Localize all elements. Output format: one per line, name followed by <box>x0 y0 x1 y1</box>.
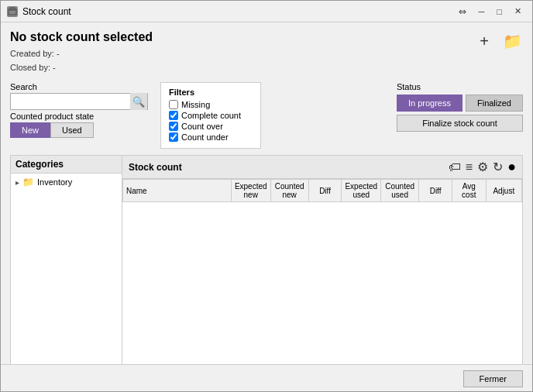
close-button[interactable]: ✕ <box>510 5 526 18</box>
stock-count-table: Name Expected new Counted new Diff Expec… <box>122 179 522 202</box>
col-counted-used: Counted used <box>381 180 419 202</box>
created-by-value: - <box>57 49 60 58</box>
category-label: Inventory <box>37 177 72 187</box>
col-name: Name <box>123 180 232 202</box>
filter-missing: Missing <box>169 100 253 109</box>
stock-count-table-container: Name Expected new Counted new Diff Expec… <box>122 179 522 392</box>
status-buttons: In progress Finalized <box>397 95 523 112</box>
list-icon[interactable]: ≡ <box>466 160 473 174</box>
category-inventory[interactable]: ▸ 📁 Inventory <box>11 174 122 191</box>
state-label: Counted product state <box>10 112 148 121</box>
app-icon <box>7 6 18 17</box>
minimize-button[interactable]: ─ <box>474 5 490 18</box>
filter-over-label: Count over <box>181 122 223 131</box>
col-adjust: Adjust <box>486 180 521 202</box>
title-bar-left: Stock count <box>7 6 71 17</box>
search-and-state: Search 🔍 Counted product state New Used <box>10 82 148 138</box>
maximize-button[interactable]: □ <box>492 5 507 18</box>
header-area: No stock count selected Created by: - Cl… <box>10 30 523 74</box>
categories-title: Categories <box>11 156 122 174</box>
state-new-button[interactable]: New <box>10 122 50 138</box>
status-in-progress-button[interactable]: In progress <box>397 95 463 112</box>
status-finalized-button[interactable]: Finalized <box>466 95 523 112</box>
main-content: No stock count selected Created by: - Cl… <box>1 22 532 392</box>
closed-by-label: Closed by: <box>10 63 50 72</box>
col-expected-new: Expected new <box>231 180 270 202</box>
window-title: Stock count <box>22 6 71 17</box>
filter-complete: Complete count <box>169 111 253 120</box>
filter-over: Count over <box>169 122 253 131</box>
created-by-label: Created by: <box>10 49 54 58</box>
status-label: Status <box>397 82 523 91</box>
folder-icon: 📁 <box>22 177 34 187</box>
filter-under-checkbox[interactable] <box>169 132 178 142</box>
header-info: No stock count selected Created by: - Cl… <box>10 30 153 74</box>
filter-missing-checkbox[interactable] <box>169 100 178 109</box>
page-title: No stock count selected <box>10 30 153 44</box>
sc-toolbar: 🏷 ≡ ⚙ ↻ ● <box>449 159 516 175</box>
filter-complete-checkbox[interactable] <box>169 111 178 120</box>
search-section: Search 🔍 <box>10 82 148 110</box>
refresh-icon[interactable]: ↻ <box>493 160 503 174</box>
filter-missing-label: Missing <box>181 100 210 109</box>
window-controls: ⇔ ─ □ ✕ <box>454 5 526 19</box>
closed-by-value: - <box>53 63 56 72</box>
title-bar: Stock count ⇔ ─ □ ✕ <box>1 1 532 22</box>
filter-complete-label: Complete count <box>181 111 241 120</box>
settings-icon[interactable]: ⚙ <box>477 160 488 174</box>
filter-over-checkbox[interactable] <box>169 122 178 131</box>
stock-count-header: Stock count 🏷 ≡ ⚙ ↻ ● <box>122 156 522 179</box>
controls-row: Search 🔍 Counted product state New Used … <box>10 82 523 149</box>
footer: Fermer <box>1 364 532 392</box>
stock-count-panel: Stock count 🏷 ≡ ⚙ ↻ ● Name Expected new … <box>122 155 523 392</box>
expand-icon: ▸ <box>15 178 19 187</box>
open-folder-button[interactable]: 📁 <box>501 30 523 52</box>
finalize-stock-count-button[interactable]: Finalize stock count <box>397 115 523 132</box>
tag-icon[interactable]: 🏷 <box>449 160 461 174</box>
filter-under: Count under <box>169 132 253 142</box>
filters-section: Filters Missing Complete count Count ove… <box>160 82 261 149</box>
bottom-section: Categories ▸ 📁 Inventory Stock count 🏷 ≡… <box>10 155 523 392</box>
header-actions: + 📁 <box>473 30 523 52</box>
col-avg-cost: Avg cost <box>452 180 486 202</box>
search-label: Search <box>10 82 148 91</box>
search-button[interactable]: 🔍 <box>130 93 147 110</box>
col-diff-used: Diff <box>419 180 452 202</box>
more-icon[interactable]: ● <box>507 159 516 175</box>
add-button[interactable]: + <box>473 30 495 52</box>
filter-under-label: Count under <box>181 132 229 142</box>
close-button-fermer[interactable]: Fermer <box>463 370 523 387</box>
col-expected-used: Expected used <box>342 180 381 202</box>
search-box: 🔍 <box>10 93 148 110</box>
resize-icon: ⇔ <box>454 5 471 19</box>
status-section: Status In progress Finalized Finalize st… <box>397 82 523 132</box>
state-buttons: New Used <box>10 122 148 138</box>
search-input[interactable] <box>11 97 130 106</box>
stock-count-title: Stock count <box>129 162 182 173</box>
state-used-button[interactable]: Used <box>50 122 94 138</box>
col-counted-new: Counted new <box>270 180 308 202</box>
col-diff-new: Diff <box>308 180 342 202</box>
closed-by: Closed by: - <box>10 61 153 75</box>
counted-product-state-section: Counted product state New Used <box>10 112 148 138</box>
created-by: Created by: - <box>10 47 153 61</box>
categories-panel: Categories ▸ 📁 Inventory <box>10 155 122 392</box>
filters-title: Filters <box>169 88 253 97</box>
